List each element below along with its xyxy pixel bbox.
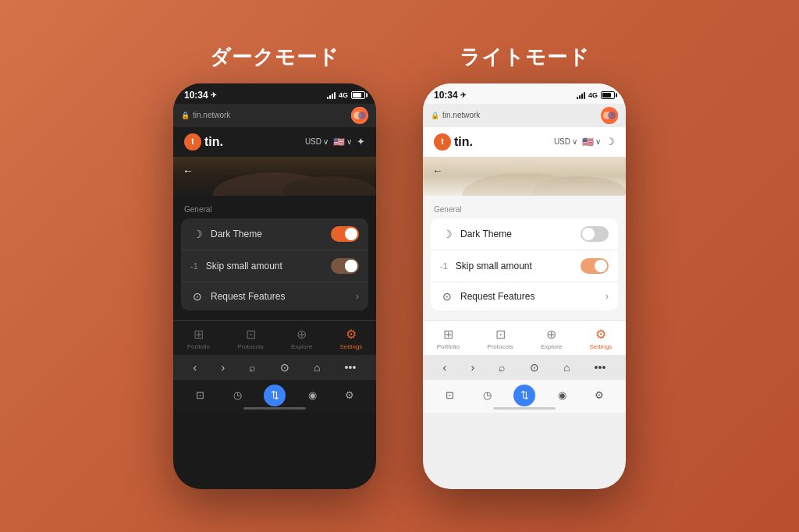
dark-hero-banner: ← — [173, 157, 376, 196]
dark-currency-selector[interactable]: USD ∨ — [305, 137, 328, 146]
dark-shortcut-clock[interactable]: ◷ — [226, 385, 248, 406]
dark-flag-icon: 🇺🇸 — [333, 137, 345, 147]
light-nav-protocols[interactable]: ⊡ Protocols — [487, 327, 513, 350]
dark-browser-forward[interactable]: › — [217, 360, 230, 375]
dark-app-header: t tin. USD ∨ 🇺🇸 ∨ ✦ — [173, 127, 376, 157]
light-battery-icon — [601, 91, 615, 99]
light-request-row[interactable]: ⊙ Request Features › — [431, 282, 618, 310]
light-shortcut-gear[interactable]: ⚙ — [588, 385, 610, 406]
light-home-indicator — [423, 408, 626, 413]
dark-home-indicator — [173, 408, 376, 413]
dark-bottom-nav: ⊞ Portfolio ⊡ Protocols ⊕ Explore ⚙ Sett… — [173, 320, 376, 355]
dark-skip-label: Skip small amount — [206, 261, 325, 271]
svg-point-2 — [358, 112, 366, 119]
light-nav-settings[interactable]: ⚙ Settings — [589, 327, 612, 350]
light-theme-toggle[interactable] — [581, 226, 609, 242]
dark-theme-label: Dark Theme — [211, 229, 325, 239]
light-chevron-icon: › — [605, 291, 609, 302]
light-app-header: t tin. USD ∨ 🇺🇸 ∨ ☽ — [423, 127, 626, 157]
dark-shortcut-gear[interactable]: ⚙ — [339, 385, 360, 406]
light-nav-portfolio[interactable]: ⊞ Portfolio — [437, 327, 460, 350]
dark-skip-row: -1 Skip small amount — [181, 250, 368, 282]
light-browser-tab[interactable]: ⊙ — [525, 360, 544, 375]
light-tin-logo-icon: t — [434, 133, 451, 151]
light-flag-icon: 🇺🇸 — [582, 137, 594, 147]
dark-theme-row: ☽ Dark Theme — [181, 218, 368, 250]
dark-request-row[interactable]: ⊙ Request Features › — [181, 282, 368, 310]
dark-settings-icon: ⚙ — [346, 327, 357, 342]
light-browser-forward[interactable]: › — [467, 360, 480, 375]
dark-chevron-icon: › — [356, 291, 359, 302]
light-currency-selector[interactable]: USD ∨ — [554, 137, 577, 146]
dark-browser-more[interactable]: ••• — [340, 360, 361, 375]
dark-nav-settings[interactable]: ⚙ Settings — [339, 327, 362, 350]
light-skip-label: Skip small amount — [456, 261, 574, 271]
dark-shortcut-camera[interactable]: ⊡ — [189, 385, 211, 406]
dark-tin-logo-icon: t — [184, 133, 201, 151]
light-mode-section: ライトモード 10:34 ✈ 4G — [423, 44, 626, 489]
dark-browser-bar: 🔒 tin.network — [173, 104, 376, 127]
dark-shortcut-transfer[interactable]: ⇅ — [264, 385, 286, 406]
light-theme-toggle-icon[interactable]: ☽ — [605, 136, 615, 147]
light-browser-bottom: ‹ › ⌕ ⊙ ⌂ ••• — [423, 355, 626, 380]
light-browser-avatar — [601, 107, 618, 124]
light-shortcut-camera[interactable]: ⊡ — [439, 385, 460, 406]
dark-shortcut-compass[interactable]: ◉ — [301, 385, 323, 406]
light-time: 10:34 ✈ — [434, 90, 467, 101]
dark-phone-frame: 10:34 ✈ 4G 🔒 — [173, 83, 376, 489]
dark-browser-url: tin.network — [193, 111, 348, 119]
light-theme-label: Dark Theme — [460, 229, 574, 239]
light-browser-search[interactable]: ⌕ — [494, 360, 510, 375]
dark-browser-avatar — [351, 107, 368, 124]
light-browser-back[interactable]: ‹ — [439, 360, 452, 375]
light-flag-selector[interactable]: 🇺🇸 ∨ — [582, 137, 601, 147]
dark-minus-icon: -1 — [190, 261, 198, 271]
dark-settings-content: General ☽ Dark Theme -1 Skip small amoun… — [173, 196, 376, 320]
light-status-right: 4G — [577, 91, 615, 99]
dark-browser-bottom: ‹ › ⌕ ⊙ ⌂ ••• — [173, 355, 376, 380]
dark-battery-icon — [351, 91, 365, 99]
dark-browser-tab[interactable]: ⊙ — [275, 360, 294, 375]
dark-mode-section: ダークモード 10:34 ✈ 4G — [173, 44, 376, 489]
light-minus-icon: -1 — [440, 261, 448, 271]
dark-browser-home[interactable]: ⌂ — [309, 360, 325, 375]
light-shortcut-clock[interactable]: ◷ — [476, 385, 498, 406]
light-settings-content: General ☽ Dark Theme -1 Skip small amoun… — [423, 196, 626, 320]
light-shortcut-transfer[interactable]: ⇅ — [513, 385, 535, 406]
dark-browser-search[interactable]: ⌕ — [244, 360, 260, 375]
dark-nav-protocols[interactable]: ⊡ Protocols — [237, 327, 263, 350]
dark-skip-toggle[interactable] — [331, 258, 359, 274]
dark-status-bar: 10:34 ✈ 4G — [173, 83, 376, 104]
dark-flag-selector[interactable]: 🇺🇸 ∨ — [333, 137, 352, 147]
dark-lock-icon: 🔒 — [181, 112, 190, 119]
dark-browser-back[interactable]: ‹ — [189, 360, 202, 375]
light-tin-logo: t tin. — [434, 133, 473, 151]
dark-nav-portfolio[interactable]: ⊞ Portfolio — [187, 327, 210, 350]
light-lock-icon: 🔒 — [431, 112, 439, 119]
dark-signal-bars — [327, 91, 336, 99]
dark-app-shortcuts: ⊡ ◷ ⇅ ◉ ⚙ — [173, 380, 376, 408]
light-protocols-icon: ⊡ — [495, 327, 506, 342]
dark-status-right: 4G — [327, 91, 365, 99]
light-skip-row: -1 Skip small amount — [431, 250, 618, 282]
light-header-controls: USD ∨ 🇺🇸 ∨ ☽ — [554, 136, 615, 147]
light-browser-more[interactable]: ••• — [590, 360, 611, 375]
light-shortcut-compass[interactable]: ◉ — [551, 385, 573, 406]
dark-theme-toggle[interactable] — [331, 226, 359, 242]
dark-tin-logo: t tin. — [184, 133, 223, 151]
light-theme-row: ☽ Dark Theme — [431, 218, 618, 250]
dark-nav-explore[interactable]: ⊕ Explore — [291, 327, 312, 350]
light-skip-toggle[interactable] — [581, 258, 609, 274]
light-nav-explore[interactable]: ⊕ Explore — [541, 327, 562, 350]
dark-theme-toggle-icon[interactable]: ✦ — [357, 136, 365, 147]
dark-portfolio-icon: ⊞ — [194, 327, 204, 342]
dark-moon-icon: ☽ — [190, 228, 204, 240]
dark-protocols-icon: ⊡ — [246, 327, 256, 342]
dark-header-controls: USD ∨ 🇺🇸 ∨ ✦ — [305, 136, 365, 147]
light-hero-banner: ← — [423, 157, 626, 196]
light-mode-title: ライトモード — [460, 44, 590, 71]
light-browser-home[interactable]: ⌂ — [559, 360, 574, 375]
light-status-bar: 10:34 ✈ 4G — [423, 83, 626, 104]
light-settings-card: ☽ Dark Theme -1 Skip small amount — [431, 218, 618, 310]
dark-general-label: General — [181, 205, 368, 214]
